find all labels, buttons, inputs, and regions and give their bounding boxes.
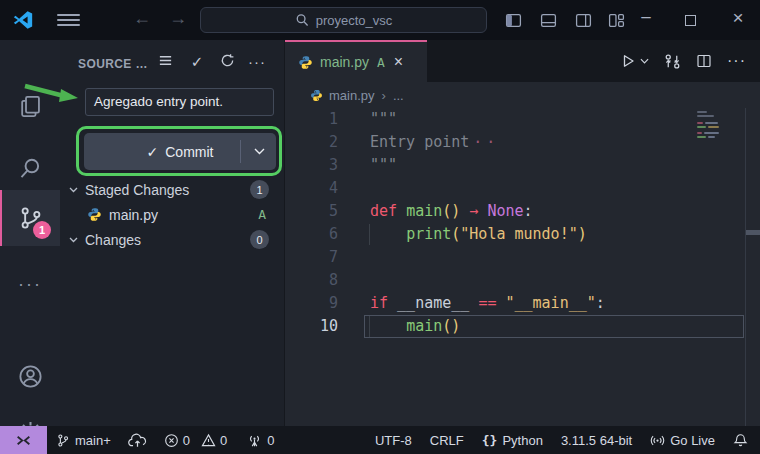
changes-section[interactable]: Changes 0 xyxy=(60,227,285,252)
code-line-6[interactable]: 6 print("Hola mundo!") xyxy=(285,223,760,246)
ports-indicator[interactable]: 0 xyxy=(247,433,274,448)
code-line-1[interactable]: 1""" xyxy=(285,108,760,131)
python-file-icon xyxy=(298,55,313,70)
source-control-sidebar: SOURCE … ✓ ··· Agregado entry point. ✓ C… xyxy=(60,40,285,426)
eol-label: CRLF xyxy=(430,433,464,448)
line-number[interactable]: 10 xyxy=(285,315,338,338)
braces-icon: {} xyxy=(482,433,498,448)
problems-indicator[interactable]: 0 0 xyxy=(164,433,227,448)
line-number[interactable]: 7 xyxy=(285,246,338,269)
refresh-icon[interactable] xyxy=(218,53,236,71)
scm-badge: 1 xyxy=(33,221,51,239)
code-line-9[interactable]: 9if __name__ == "__main__": xyxy=(285,292,760,315)
line-content[interactable]: def main() → None: xyxy=(338,200,533,223)
eol-indicator[interactable]: CRLF xyxy=(430,433,464,448)
account-icon[interactable] xyxy=(0,354,60,398)
menu-icon[interactable] xyxy=(57,14,80,26)
code-area[interactable]: 1"""2Entry point··3"""45def main() → Non… xyxy=(285,108,760,426)
explorer-icon[interactable] xyxy=(0,84,60,128)
commit-message-input[interactable]: Agregado entry point. xyxy=(85,88,274,116)
staged-file-name: main.py xyxy=(109,207,158,223)
breadcrumb-symbol[interactable]: ... xyxy=(393,88,404,103)
notifications-bell[interactable] xyxy=(733,433,748,448)
command-center-search[interactable]: proyecto_vsc xyxy=(200,7,487,33)
remote-indicator[interactable] xyxy=(0,426,47,454)
close-window-button[interactable]: × xyxy=(728,7,748,29)
titlebar: ← → proyecto_vsc – × xyxy=(0,0,760,40)
staged-changes-label: Staged Changes xyxy=(85,182,189,198)
staged-changes-section[interactable]: Staged Changes 1 xyxy=(60,177,285,202)
commit-button[interactable]: ✓ Commit xyxy=(84,133,276,170)
remote-icon xyxy=(15,432,32,449)
run-dropdown-chevron-icon[interactable] xyxy=(640,58,649,64)
line-number[interactable]: 8 xyxy=(285,269,338,292)
changes-count-badge: 0 xyxy=(250,230,269,249)
python-interpreter-indicator[interactable]: 3.11.5 64-bit xyxy=(561,433,632,448)
sidebar-title: SOURCE … xyxy=(78,57,148,71)
line-content[interactable]: if __name__ == "__main__": xyxy=(338,292,605,315)
maximize-button[interactable] xyxy=(685,15,696,26)
code-line-8[interactable]: 8 xyxy=(285,269,760,292)
encoding-indicator[interactable]: UTF-8 xyxy=(375,433,412,448)
search-view-icon[interactable] xyxy=(0,146,60,190)
line-content[interactable] xyxy=(338,269,370,292)
tab-close-icon[interactable]: × xyxy=(394,53,403,71)
error-icon xyxy=(164,433,179,448)
bell-icon xyxy=(733,433,748,448)
run-icon xyxy=(620,53,636,69)
sync-changes-button[interactable] xyxy=(128,433,147,448)
back-arrow-icon[interactable]: ← xyxy=(131,8,153,29)
open-changes-icon[interactable] xyxy=(664,53,681,70)
view-as-list-icon[interactable] xyxy=(156,53,174,71)
line-content[interactable]: """ xyxy=(338,154,397,177)
sidebar-more-actions-icon[interactable]: ··· xyxy=(248,53,266,71)
source-control-icon[interactable]: 1 xyxy=(0,190,60,246)
line-number[interactable]: 3 xyxy=(285,154,338,177)
toggle-panel-icon[interactable] xyxy=(540,12,557,29)
staged-file-row[interactable]: main.py A xyxy=(60,202,285,227)
activity-bar: 1 ··· xyxy=(0,40,60,426)
code-line-4[interactable]: 4 xyxy=(285,177,760,200)
scrollbar-marker[interactable] xyxy=(746,230,760,235)
minimap[interactable] xyxy=(697,111,742,140)
split-editor-icon[interactable] xyxy=(696,53,712,69)
tab-main-py[interactable]: main.py A × xyxy=(285,40,427,82)
git-branch-icon xyxy=(56,433,70,448)
line-number[interactable]: 2 xyxy=(285,131,338,154)
branch-indicator[interactable]: main+ xyxy=(56,433,111,448)
line-number[interactable]: 6 xyxy=(285,223,338,246)
line-content[interactable]: Entry point·· xyxy=(338,131,499,154)
search-icon xyxy=(295,13,309,27)
code-line-7[interactable]: 7 xyxy=(285,246,760,269)
line-number[interactable]: 5 xyxy=(285,200,338,223)
commit-dropdown-chevron-icon[interactable] xyxy=(254,148,265,155)
changes-label: Changes xyxy=(85,232,141,248)
commit-check-icon[interactable]: ✓ xyxy=(188,53,206,71)
editor-more-actions-icon[interactable]: ··· xyxy=(727,52,746,70)
forward-arrow-icon[interactable]: → xyxy=(167,8,189,29)
breadcrumb[interactable]: main.py › ... xyxy=(285,82,760,108)
line-number[interactable]: 9 xyxy=(285,292,338,315)
minimize-button[interactable]: – xyxy=(636,7,656,27)
code-line-2[interactable]: 2Entry point·· xyxy=(285,131,760,154)
more-views-icon[interactable]: ··· xyxy=(0,262,60,306)
run-python-file-button[interactable] xyxy=(620,53,649,69)
code-line-3[interactable]: 3""" xyxy=(285,154,760,177)
go-live-button[interactable]: Go Live xyxy=(650,433,715,448)
code-line-5[interactable]: 5def main() → None: xyxy=(285,200,760,223)
line-number[interactable]: 1 xyxy=(285,108,338,131)
line-content[interactable]: print("Hola mundo!") xyxy=(338,223,587,246)
toggle-secondary-sidebar-icon[interactable] xyxy=(575,12,592,29)
line-content[interactable] xyxy=(338,177,370,200)
warning-icon xyxy=(201,433,216,448)
line-content[interactable]: main() xyxy=(338,315,460,338)
line-number[interactable]: 4 xyxy=(285,177,338,200)
line-content[interactable] xyxy=(338,246,370,269)
code-line-10[interactable]: 10 main() xyxy=(285,315,760,338)
toggle-sidebar-icon[interactable] xyxy=(505,12,522,29)
breadcrumb-file[interactable]: main.py xyxy=(329,88,375,103)
language-mode-indicator[interactable]: {} Python xyxy=(482,433,543,448)
line-content[interactable]: """ xyxy=(338,108,397,131)
customize-layout-icon[interactable] xyxy=(608,12,625,29)
code-lines: 1"""2Entry point··3"""45def main() → Non… xyxy=(285,108,760,338)
